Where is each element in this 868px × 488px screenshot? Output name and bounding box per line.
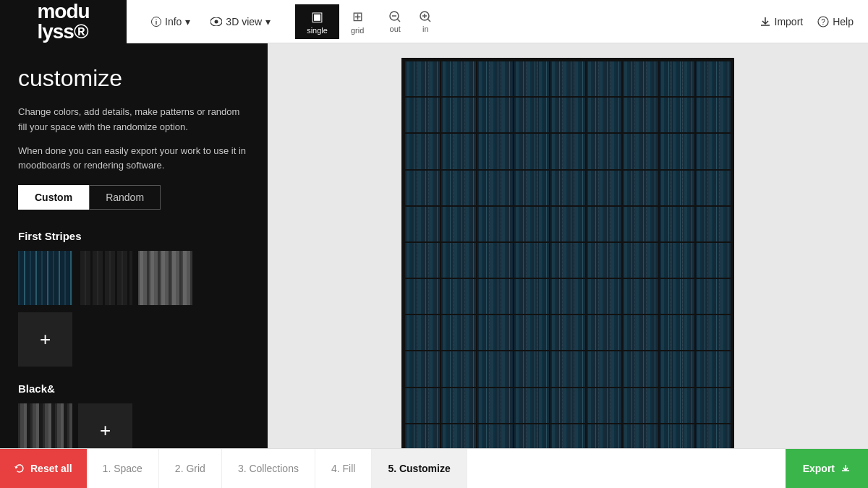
export-icon (841, 463, 851, 474)
carpet-tile (441, 279, 476, 314)
carpet-tile (550, 98, 585, 132)
carpet-tile (587, 98, 621, 132)
carpet-tile (477, 351, 512, 386)
carpet-tile (514, 207, 549, 241)
carpet-tile (405, 207, 440, 241)
carpet-tile (623, 351, 658, 386)
carpet-tile (660, 134, 694, 168)
carpet-tile (623, 424, 658, 448)
section2-title: Black& (18, 382, 250, 395)
tab-single[interactable]: ▣ single (295, 4, 339, 39)
carpet-tile (441, 388, 476, 423)
step-space[interactable]: 1. Space (87, 449, 159, 489)
tile-2[interactable] (78, 251, 132, 305)
import-button[interactable]: Import (760, 16, 804, 27)
carpet-tile (623, 171, 658, 205)
carpet-tile (514, 388, 549, 423)
svg-text:?: ? (821, 18, 825, 26)
tile-row-1 (18, 251, 250, 305)
carpet-tile (587, 207, 621, 241)
carpet-tile (514, 424, 549, 448)
tile-4[interactable] (18, 403, 72, 448)
add-tile-button-1[interactable]: + (18, 312, 72, 367)
carpet-tile (696, 207, 731, 241)
svg-text:i: i (156, 19, 158, 26)
reset-button[interactable]: Reset all (0, 449, 87, 489)
step-collections[interactable]: 3. Collections (222, 449, 315, 489)
carpet-tile (405, 279, 440, 314)
topbar-controls: i Info ▾ 3D view ▾ ▣ single ⊞ grid (127, 4, 760, 39)
step-fill[interactable]: 4. Fill (315, 449, 372, 489)
svg-line-6 (397, 19, 400, 22)
mode-random-button[interactable]: Random (89, 185, 161, 210)
carpet-tile (587, 424, 621, 448)
carpet-tile (550, 279, 585, 314)
carpet-tile (587, 388, 621, 423)
carpet-tile (550, 388, 585, 423)
step-customize[interactable]: 5. Customize (372, 449, 467, 489)
carpet-tile (514, 134, 549, 168)
view3d-button[interactable]: 3D view ▾ (200, 10, 281, 33)
view3d-chevron-icon: ▾ (265, 16, 271, 27)
svg-point-3 (215, 20, 218, 23)
mode-custom-button[interactable]: Custom (18, 185, 89, 210)
carpet-tile (550, 351, 585, 386)
carpet-tile (660, 424, 694, 448)
carpet-tile (441, 424, 476, 448)
help-icon: ? (817, 16, 829, 27)
zoom-in-button[interactable]: in (413, 7, 438, 36)
carpet-tile (405, 315, 440, 350)
topbar: modu lyss® i Info ▾ 3D view ▾ ▣ single (0, 0, 868, 43)
carpet-tile (550, 315, 585, 350)
carpet-tile (441, 171, 476, 205)
carpet-tile (696, 424, 731, 448)
carpet-tile (550, 61, 585, 96)
bottombar: Reset all 1. Space 2. Grid 3. Collection… (0, 448, 868, 488)
carpet-tile (550, 243, 585, 278)
carpet-tile (477, 388, 512, 423)
carpet-tile (477, 424, 512, 448)
canvas-area (268, 43, 868, 448)
carpet-tile (514, 315, 549, 350)
eye-icon (210, 17, 222, 26)
carpet-tile (696, 134, 731, 168)
tile-3[interactable] (138, 251, 192, 305)
carpet-tile (405, 424, 440, 448)
tile-1[interactable] (18, 251, 72, 305)
carpet-tile (514, 61, 549, 96)
carpet-tile (660, 351, 694, 386)
carpet-tile (623, 388, 658, 423)
reset-icon (14, 463, 25, 474)
step-grid[interactable]: 2. Grid (159, 449, 222, 489)
carpet-tile (587, 61, 621, 96)
carpet-tile (550, 171, 585, 205)
carpet-tile (623, 134, 658, 168)
carpet-tile (660, 315, 694, 350)
carpet-tile (660, 243, 694, 278)
carpet-tile (550, 134, 585, 168)
logo-text: modu lyss® (37, 1, 89, 42)
carpet-tile (660, 207, 694, 241)
carpet-tile (660, 171, 694, 205)
main: customize Change colors, add details, ma… (0, 43, 868, 448)
carpet-tile (477, 243, 512, 278)
info-icon: i (151, 17, 161, 27)
zoom-out-icon (388, 10, 401, 23)
carpet-tile (660, 98, 694, 132)
add-tile-button-2[interactable]: + (78, 403, 132, 448)
carpet-tile (514, 279, 549, 314)
zoom-out-button[interactable]: out (383, 7, 407, 36)
carpet-tile (623, 243, 658, 278)
carpet-tile (696, 388, 731, 423)
export-button[interactable]: Export (786, 449, 868, 489)
carpet-tile (696, 61, 731, 96)
carpet-tile (623, 98, 658, 132)
carpet-tile (587, 315, 621, 350)
zoom-in-icon (419, 10, 432, 23)
carpet-tile (477, 134, 512, 168)
help-button[interactable]: ? Help (817, 16, 854, 27)
tab-grid[interactable]: ⊞ grid (339, 4, 375, 39)
steps: 1. Space 2. Grid 3. Collections 4. Fill … (87, 449, 786, 489)
info-button[interactable]: i Info ▾ (141, 10, 200, 33)
carpet-tile (550, 424, 585, 448)
